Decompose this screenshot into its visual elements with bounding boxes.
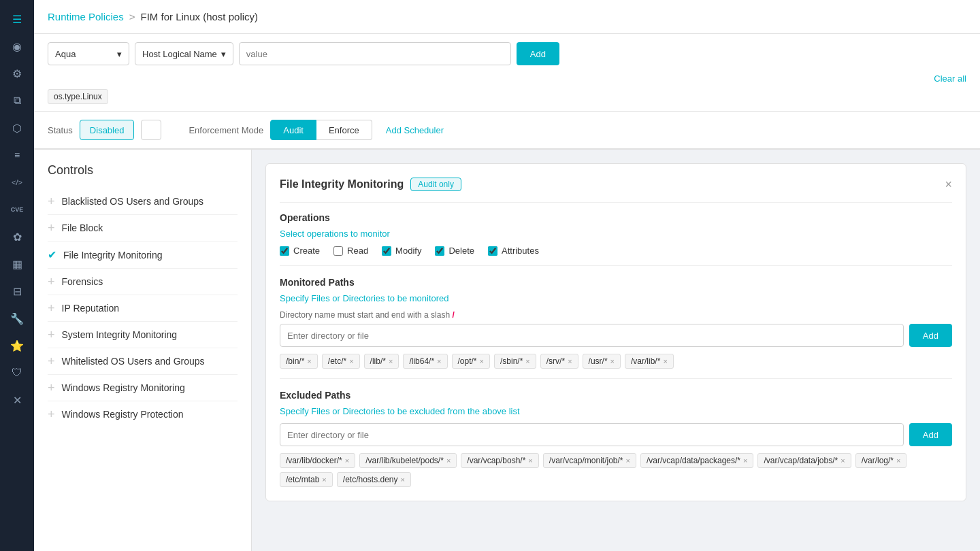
settings-icon[interactable]: ⚙ xyxy=(5,61,29,86)
path-tag-text: /var/vcap/bosh/* xyxy=(467,456,525,465)
cve-icon[interactable]: CVE xyxy=(5,197,29,222)
excluded-add-button[interactable]: Add xyxy=(909,423,952,446)
excluded-path-tag: /var/vcap/data/jobs/* × xyxy=(757,453,851,468)
graph-icon[interactable]: ⬡ xyxy=(5,116,29,140)
create-checkbox-item[interactable]: Create xyxy=(280,246,320,256)
menu-icon[interactable]: ☰ xyxy=(5,7,29,31)
remove-tag-icon[interactable]: × xyxy=(840,456,845,465)
scope-label: Aqua xyxy=(55,49,76,59)
report-icon[interactable]: ⊟ xyxy=(5,279,29,303)
dashboard-icon[interactable]: ◉ xyxy=(5,34,29,59)
path-tag-text: /var/lib/docker/* xyxy=(286,456,342,465)
monitored-note: Directory name must start and end with a… xyxy=(280,310,952,320)
remove-tag-icon[interactable]: × xyxy=(896,456,900,465)
delete-label: Delete xyxy=(448,246,474,256)
monitored-path-input[interactable] xyxy=(280,324,904,347)
scope-select[interactable]: Aqua ▾ xyxy=(48,42,129,65)
calendar-icon[interactable]: ▦ xyxy=(5,252,29,276)
excluded-path-tag: /var/vcap/bosh/* × xyxy=(461,453,538,468)
remove-tag-icon[interactable]: × xyxy=(446,456,451,465)
scope-chevron-icon: ▾ xyxy=(117,49,122,59)
layers-icon[interactable]: ⧉ xyxy=(5,88,29,113)
content-area: Controls + Blacklisted OS Users and Grou… xyxy=(34,150,980,551)
monitored-add-button[interactable]: Add xyxy=(909,324,952,347)
read-checkbox[interactable] xyxy=(333,246,343,256)
excluded-path-tag: /var/log/* × xyxy=(855,453,907,468)
delete-checkbox-item[interactable]: Delete xyxy=(435,246,474,256)
main-content: Runtime Policies > FIM for Linux (host p… xyxy=(34,0,980,551)
clear-all-link[interactable]: Clear all xyxy=(48,73,966,84)
remove-tag-icon[interactable]: × xyxy=(437,357,441,365)
enforce-button[interactable]: Enforce xyxy=(316,120,372,140)
remove-tag-icon[interactable]: × xyxy=(345,456,349,465)
excluded-path-tags: /var/lib/docker/* ×/var/lib/kubelet/pods… xyxy=(280,453,952,487)
add-scheduler-link[interactable]: Add Scheduler xyxy=(386,125,444,135)
control-item-ip-reputation[interactable]: + IP Reputation xyxy=(48,295,238,322)
add-control-icon: + xyxy=(48,302,55,314)
control-item-whitelisted-users[interactable]: + Whitelisted OS Users and Groups xyxy=(48,348,238,375)
remove-tag-icon[interactable]: × xyxy=(610,357,615,365)
status-enabled-button[interactable] xyxy=(141,120,161,140)
remove-tag-icon[interactable]: × xyxy=(401,475,405,484)
specify-excluded-link[interactable]: Specify Files or Directories to be exclu… xyxy=(280,406,952,416)
add-control-icon: + xyxy=(48,355,55,367)
shield-icon[interactable]: 🛡 xyxy=(5,361,29,385)
modify-checkbox-item[interactable]: Modify xyxy=(382,246,421,256)
remove-tag-icon[interactable]: × xyxy=(568,357,572,365)
filter-value-input[interactable] xyxy=(239,42,511,65)
control-item-forensics[interactable]: + Forensics xyxy=(48,269,238,295)
status-label: Status xyxy=(48,125,73,135)
delete-checkbox[interactable] xyxy=(435,246,444,256)
specify-monitored-link[interactable]: Specify Files or Directories to be monit… xyxy=(280,293,952,303)
remove-tag-icon[interactable]: × xyxy=(626,456,630,465)
remove-tag-icon[interactable]: × xyxy=(480,357,484,365)
control-item-system-integrity[interactable]: + System Integrity Monitoring xyxy=(48,322,238,348)
control-item-blacklisted-users[interactable]: + Blacklisted OS Users and Groups xyxy=(48,188,238,215)
attributes-checkbox[interactable] xyxy=(488,246,497,256)
control-name: File Block xyxy=(62,222,103,233)
control-item-fim[interactable]: ✔ File Integrity Monitoring xyxy=(48,241,238,269)
remove-tag-icon[interactable]: × xyxy=(307,357,311,365)
sidebar: ☰ ◉ ⚙ ⧉ ⬡ ≡ </> CVE ✿ ▦ ⊟ 🔧 ⭐ 🛡 ✕ xyxy=(0,0,34,551)
modify-checkbox[interactable] xyxy=(382,246,391,256)
create-checkbox[interactable] xyxy=(280,246,289,256)
monitored-path-tag: /bin/* × xyxy=(280,354,318,369)
excluded-path-input[interactable] xyxy=(280,423,904,446)
filter-add-button[interactable]: Add xyxy=(517,42,559,65)
remove-tag-icon[interactable]: × xyxy=(528,456,532,465)
list-icon[interactable]: ≡ xyxy=(5,143,29,167)
user-icon[interactable]: ✿ xyxy=(5,224,29,249)
select-operations-link[interactable]: Select operations to monitor xyxy=(280,229,952,239)
control-item-file-block[interactable]: + File Block xyxy=(48,215,238,241)
policy-controls-bar: Status Disabled Enforcement Mode Audit E… xyxy=(34,112,980,150)
status-disabled-button[interactable]: Disabled xyxy=(80,120,135,140)
field-select[interactable]: Host Logical Name ▾ xyxy=(135,42,233,65)
remove-tag-icon[interactable]: × xyxy=(389,357,393,365)
read-checkbox-item[interactable]: Read xyxy=(333,246,368,256)
attributes-checkbox-item[interactable]: Attributes xyxy=(488,246,539,256)
breadcrumb-parent[interactable]: Runtime Policies xyxy=(48,11,124,22)
breadcrumb-separator: > xyxy=(129,11,135,22)
remove-tag-icon[interactable]: × xyxy=(349,357,353,365)
excluded-path-tag: /var/vcap/monit/job/* × xyxy=(543,453,636,468)
wrench-icon[interactable]: 🔧 xyxy=(5,306,29,331)
excluded-path-tag: /var/lib/docker/* × xyxy=(280,453,355,468)
close-button[interactable]: × xyxy=(945,178,952,190)
award-icon[interactable]: ⭐ xyxy=(5,333,29,358)
path-tag-text: /sbin/* xyxy=(500,356,523,366)
remove-tag-icon[interactable]: × xyxy=(525,357,529,365)
path-tag-text: /var/lib/kubelet/pods/* xyxy=(365,456,444,465)
control-item-windows-registry-monitoring[interactable]: + Windows Registry Monitoring xyxy=(48,375,238,401)
remove-tag-icon[interactable]: × xyxy=(743,456,747,465)
tools-icon[interactable]: ✕ xyxy=(5,388,29,412)
excluded-path-input-row: Add xyxy=(280,423,952,446)
remove-tag-icon[interactable]: × xyxy=(322,475,326,484)
monitored-divider xyxy=(280,378,952,379)
monitored-path-tag: /etc/* × xyxy=(322,354,360,369)
control-item-windows-registry-protection[interactable]: + Windows Registry Protection xyxy=(48,401,238,427)
remove-tag-icon[interactable]: × xyxy=(663,357,667,365)
code-icon[interactable]: </> xyxy=(5,170,29,195)
status-group: Status Disabled xyxy=(48,120,161,140)
audit-button[interactable]: Audit xyxy=(270,120,316,140)
fim-header: File Integrity Monitoring Audit only × xyxy=(280,178,952,191)
